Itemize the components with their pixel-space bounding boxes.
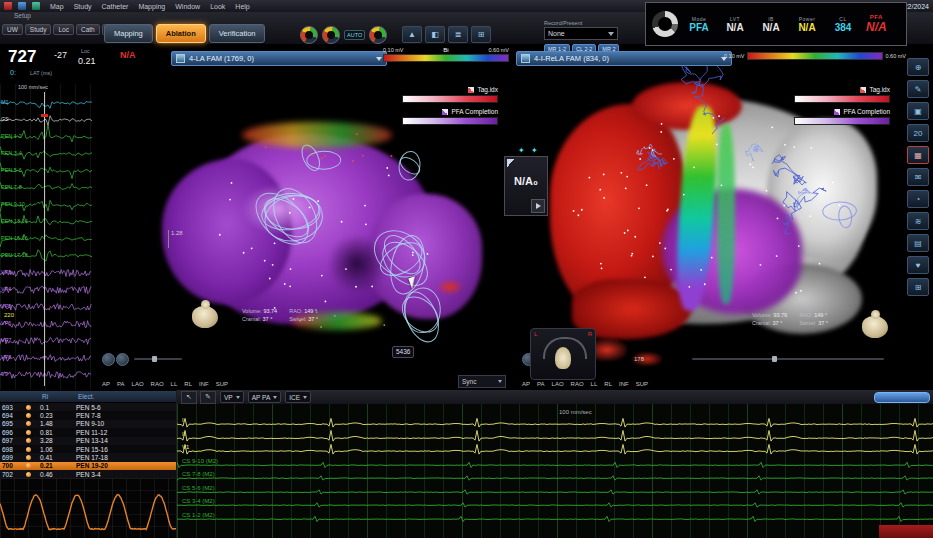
view-button[interactable]: Cath xyxy=(76,24,100,35)
ecg-tool-button[interactable]: ✎ xyxy=(200,391,216,404)
ecg-channel-row[interactable]: CS 7-8 (M2) xyxy=(177,470,933,484)
ecg-channel-label[interactable]: V1 xyxy=(182,444,189,450)
ecg-channel-row[interactable]: I xyxy=(177,416,933,430)
auto-button[interactable]: AUTO xyxy=(344,30,365,40)
orientation-button[interactable]: LL xyxy=(171,381,178,387)
signal-group-select[interactable]: AP PA xyxy=(248,391,282,403)
ecg-channel-label[interactable]: CS 3-4 (M2) xyxy=(182,498,215,504)
orientation-button[interactable]: LL xyxy=(591,381,598,387)
zoom-in-button[interactable] xyxy=(116,353,129,366)
record-select[interactable]: None xyxy=(544,27,618,40)
ecg-channel-label[interactable]: CS 5-6 (M2) xyxy=(182,485,215,491)
zoom-out-button[interactable] xyxy=(102,353,115,366)
ecg-trace-area[interactable]: 100 mm/sec I II V1 xyxy=(177,404,933,538)
tool-icon-button[interactable]: ◔ xyxy=(907,190,929,208)
table-row[interactable]: 695 1.48 PEN 9-10 xyxy=(0,420,176,428)
signal-channel-label[interactable]: VP3 xyxy=(1,264,28,281)
drag-handle-icon[interactable] xyxy=(507,159,517,169)
signal-channel-label[interactable]: PEN 3-4 xyxy=(1,145,28,162)
orientation-button[interactable]: PA xyxy=(117,381,125,387)
mode-tab[interactable]: Mapping xyxy=(104,24,153,43)
tool-icon-button[interactable]: ▤ xyxy=(907,234,929,252)
slider-knob[interactable] xyxy=(772,356,777,362)
signal-channel-label[interactable]: PEN 1-2 xyxy=(1,128,28,145)
header-ri[interactable]: Ri xyxy=(40,393,76,400)
tool-icon-button[interactable]: 20 xyxy=(907,124,929,142)
signal-group-select[interactable]: ICE xyxy=(285,391,311,403)
menu-item[interactable]: Catheter xyxy=(98,3,133,10)
table-row[interactable]: 693 0.1 PEN 5-6 xyxy=(0,403,176,411)
orientation-button[interactable]: PA xyxy=(537,381,545,387)
window-layout-button[interactable] xyxy=(874,392,930,403)
orientation-button[interactable]: LAO xyxy=(132,381,144,387)
right-map-selector[interactable]: 4-I-ReLA FAM (834, 0) xyxy=(516,51,732,66)
tool-icon-button[interactable]: ▦ xyxy=(907,146,929,164)
signal-channel-label[interactable]: PEN 15-16 xyxy=(1,230,28,247)
left-map-selector[interactable]: 4-LA FAM (1769, 0) xyxy=(171,51,387,66)
ecg-tool-button[interactable]: ↖ xyxy=(181,391,197,404)
orientation-button[interactable]: INF xyxy=(619,381,629,387)
zoom-slider[interactable] xyxy=(134,358,182,360)
ecg-channel-label[interactable]: I xyxy=(182,417,184,423)
tool-icon-button[interactable]: ≋ xyxy=(907,212,929,230)
signal-channel-label[interactable]: PEN 17-18 xyxy=(1,247,28,264)
table-row[interactable]: 697 3.28 PEN 13-14 xyxy=(0,437,176,445)
patient-orientation-figure[interactable] xyxy=(192,306,218,328)
tool-icon-button[interactable]: ♥ xyxy=(907,256,929,274)
power-gauge-icon[interactable] xyxy=(369,26,387,44)
tool-icon-button[interactable]: ✉ xyxy=(907,168,929,186)
ecg-channel-label[interactable]: II xyxy=(182,431,185,437)
left-atrium-map-viewport[interactable]: Tag.idx PFA Completion 1.28 Volume: 93.7… xyxy=(92,64,512,390)
slider-knob[interactable] xyxy=(152,356,157,362)
color-scale-bar[interactable] xyxy=(747,52,882,60)
menu-item[interactable]: Map xyxy=(46,3,68,10)
ecg-channel-row[interactable]: CS 9-10 (M2) xyxy=(177,457,933,471)
tool-icon-button[interactable]: ⊞ xyxy=(907,278,929,296)
header-elect[interactable]: Elect. xyxy=(76,393,176,400)
ecg-channel-row[interactable]: CS 3-4 (M2) xyxy=(177,497,933,511)
table-row[interactable]: 694 0.23 PEN 7-8 xyxy=(0,411,176,419)
sync-select[interactable]: Sync xyxy=(458,375,506,388)
table-row[interactable]: 700 0.21 PEN 19-20 xyxy=(0,462,176,470)
orientation-button[interactable]: SUP xyxy=(636,381,648,387)
signal-channel-label[interactable]: PEN 9-10 xyxy=(1,196,28,213)
ecg-channel-row[interactable]: CS 1-2 (M2) xyxy=(177,511,933,525)
tool-icon-button[interactable]: ⊕ xyxy=(907,58,929,76)
menu-item[interactable]: Help xyxy=(231,3,253,10)
selection-markers[interactable]: ✦ ✦ xyxy=(518,146,540,155)
orientation-button[interactable]: SUP xyxy=(216,381,228,387)
orientation-compass[interactable]: L R xyxy=(530,328,596,380)
orientation-button[interactable]: RL xyxy=(184,381,192,387)
signal-channel-label[interactable]: PEN 13-14 xyxy=(1,213,28,230)
orientation-button[interactable]: RAO xyxy=(151,381,164,387)
menu-item[interactable]: Mapping xyxy=(134,3,169,10)
expand-button[interactable] xyxy=(531,199,545,213)
table-row[interactable]: 699 0.41 PEN 17-18 xyxy=(0,453,176,461)
reference-value-panel[interactable]: N/A₀ xyxy=(504,156,548,216)
ecg-channel-row[interactable]: II xyxy=(177,430,933,444)
orientation-button[interactable]: INF xyxy=(199,381,209,387)
orientation-button[interactable]: RL xyxy=(604,381,612,387)
view-button[interactable]: UW xyxy=(2,24,23,35)
ecg-channel-row[interactable]: CS 5-6 (M2) xyxy=(177,484,933,498)
toolbar-icon-button[interactable]: ≣ xyxy=(448,26,468,43)
table-row[interactable]: 696 0.81 PEN 11-12 xyxy=(0,428,176,436)
toolbar-icon-button[interactable]: ▲ xyxy=(402,26,422,43)
signal-channel-label[interactable]: V9 xyxy=(1,366,28,383)
toolbar-icon-button[interactable]: ⊞ xyxy=(471,26,491,43)
force-gauge-icon[interactable] xyxy=(322,26,340,44)
color-scale-bar[interactable] xyxy=(383,54,509,62)
patient-orientation-figure[interactable] xyxy=(862,316,888,338)
view-button[interactable]: Study xyxy=(25,24,52,35)
signal-channel-label[interactable]: PEN 5-6 xyxy=(1,162,28,179)
view-button[interactable]: Loc xyxy=(53,24,73,35)
menu-item[interactable]: Window xyxy=(171,3,204,10)
signal-group-select[interactable]: VP xyxy=(220,391,244,403)
orientation-button[interactable]: AP xyxy=(102,381,110,387)
toolbar-icon-button[interactable]: ◧ xyxy=(425,26,445,43)
timeline-slider[interactable] xyxy=(692,358,884,360)
mode-tab[interactable]: Verification xyxy=(209,24,266,43)
signal-channel-label[interactable]: VP4 xyxy=(1,281,28,298)
ecg-channel-label[interactable]: CS 9-10 (M2) xyxy=(182,458,218,464)
mode-tab[interactable]: Ablation xyxy=(156,24,206,43)
